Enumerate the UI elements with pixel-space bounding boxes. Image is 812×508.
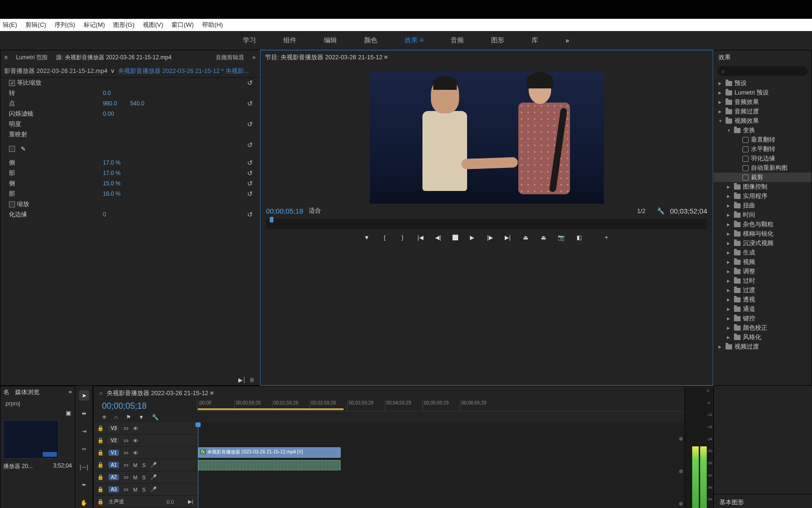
ws-overflow[interactable]: »: [563, 33, 571, 48]
track-v1[interactable]: 🔒V1▭👁: [94, 447, 197, 459]
extract-icon[interactable]: ⏏: [540, 234, 547, 241]
razor-tool[interactable]: ✂: [79, 444, 89, 454]
eye-icon[interactable]: 👁: [133, 438, 138, 444]
ripple-edit-tool[interactable]: ⇥: [79, 426, 89, 437]
zoom-in-icon[interactable]: [679, 502, 683, 506]
stop-icon[interactable]: [453, 235, 458, 240]
timeline-ruler[interactable]: ;00;0000;00;59;2800;01;59;2800;02;59;280…: [197, 400, 685, 412]
anchor-y[interactable]: 540.0: [130, 100, 144, 107]
ec-tab-source[interactable]: 源: 央视影音播放器 2022-03-26 21-15-12.mp4: [56, 54, 171, 62]
reset-icon[interactable]: ↺: [247, 169, 253, 177]
sync-lock-icon[interactable]: ▭: [124, 462, 128, 468]
ws-graphics[interactable]: 图形: [489, 32, 506, 48]
project-item-thumb[interactable]: [3, 420, 59, 459]
project-tab-media[interactable]: 媒体浏览: [15, 388, 39, 397]
ec-tab-lumetri[interactable]: Lumetri 范围: [16, 54, 47, 62]
program-scrubber[interactable]: [266, 219, 707, 229]
program-tc-current[interactable]: 00;00;05;18: [266, 207, 303, 215]
ws-assembly[interactable]: 组件: [281, 32, 298, 48]
fx-垂直翻转[interactable]: 垂直翻转: [714, 135, 812, 144]
fx-羽化边缘[interactable]: 羽化边缘: [714, 154, 812, 163]
eye-icon[interactable]: 👁: [133, 426, 138, 431]
lock-icon[interactable]: 🔒: [97, 474, 104, 480]
solo-icon[interactable]: S: [142, 487, 145, 492]
ws-color[interactable]: 颜色: [362, 32, 379, 48]
fx-Lumetri 预设[interactable]: ▶Lumetri 预设: [714, 88, 812, 97]
fx-通道[interactable]: ▶通道: [714, 304, 812, 314]
solo-icon[interactable]: S: [142, 462, 145, 468]
work-area-bar[interactable]: [198, 408, 344, 410]
essential-graphics-tab[interactable]: 基本图形: [714, 494, 812, 508]
effects-search-input[interactable]: [725, 68, 804, 74]
fx-水平翻转[interactable]: 水平翻转: [714, 144, 812, 154]
track-a1[interactable]: 🔒A1▭MS🎤: [94, 459, 197, 471]
menu-edit[interactable]: 辑(E): [3, 21, 17, 29]
ws-audio[interactable]: 音频: [449, 32, 466, 48]
fx-扭曲[interactable]: ▶扭曲: [714, 201, 812, 210]
reset-icon[interactable]: ↺: [247, 190, 253, 198]
sync-lock-icon[interactable]: ▭: [124, 450, 128, 456]
timeline-timecode[interactable]: 00;00;05;18: [94, 400, 197, 412]
reset-icon[interactable]: ↺: [247, 120, 253, 128]
ec-menu-icon[interactable]: ≡: [4, 54, 8, 61]
snap-icon[interactable]: ✳: [102, 414, 107, 421]
fx-时间[interactable]: ▶时间: [714, 210, 812, 220]
track-v3[interactable]: 🔒V3▭👁: [94, 422, 197, 435]
fx-杂色与颗粒[interactable]: ▶杂色与颗粒: [714, 220, 812, 229]
go-to-in-icon[interactable]: |◀: [417, 234, 424, 241]
ws-library[interactable]: 库: [530, 32, 540, 48]
rotation-value[interactable]: 0.0: [103, 90, 111, 96]
feather-value[interactable]: 0: [103, 211, 106, 218]
add-marker-icon[interactable]: ▼: [363, 234, 371, 241]
mute-icon[interactable]: M: [133, 487, 137, 492]
fx-颜色校正[interactable]: ▶颜色校正: [714, 323, 812, 333]
fx-风格化[interactable]: ▶风格化: [714, 333, 812, 342]
voice-over-icon[interactable]: 🎤: [150, 474, 157, 480]
fx-变换[interactable]: ▼变换: [714, 126, 812, 135]
reset-icon[interactable]: ↺: [247, 211, 253, 218]
track-v2[interactable]: 🔒V2▭👁: [94, 435, 197, 447]
fx-音频过渡[interactable]: ▶音频过渡: [714, 107, 812, 116]
fx-图像控制[interactable]: ▶图像控制: [714, 182, 812, 191]
sync-lock-icon[interactable]: ▭: [124, 474, 128, 480]
lock-icon[interactable]: 🔒: [97, 425, 104, 431]
fx-键控[interactable]: ▶键控: [714, 314, 812, 323]
track-a3[interactable]: 🔒A3▭MS🎤: [94, 484, 197, 496]
menu-sequence[interactable]: 序列(S): [55, 21, 75, 29]
project-overflow[interactable]: »: [69, 388, 72, 397]
marker-icon[interactable]: ▼: [139, 414, 144, 421]
selection-tool[interactable]: ➤: [79, 390, 89, 401]
uniform-scale-checkbox[interactable]: [9, 80, 15, 86]
video-clip[interactable]: fx 央视影音播放器 2022-03-26 21-15-12.mp4 [V]: [198, 447, 341, 458]
voice-over-icon[interactable]: 🎤: [150, 462, 157, 468]
comparison-icon[interactable]: ◧: [576, 234, 583, 241]
solo-icon[interactable]: S: [142, 475, 145, 480]
sync-lock-icon[interactable]: ▭: [124, 486, 128, 492]
effects-search[interactable]: ⌕: [718, 66, 808, 76]
ec-tab-audio-mix[interactable]: 音频剪辑混: [216, 54, 244, 62]
sync-lock-icon[interactable]: ▭: [124, 437, 128, 444]
fx-视频效果[interactable]: ▼视频效果: [714, 116, 812, 126]
lock-icon[interactable]: 🔒: [97, 486, 104, 492]
menu-window[interactable]: 窗口(W): [172, 21, 194, 29]
fx-视频过渡[interactable]: ▶视频过渡: [714, 342, 812, 351]
settings-icon[interactable]: 🔧: [152, 414, 159, 421]
fx-过时[interactable]: ▶过时: [714, 276, 812, 286]
fx-音频效果[interactable]: ▶音频效果: [714, 97, 812, 107]
reset-icon[interactable]: ↺: [247, 180, 253, 187]
linked-selection-icon[interactable]: ∩: [114, 414, 118, 421]
step-back-icon[interactable]: ◀|: [435, 234, 442, 241]
go-to-in-icon[interactable]: ▶┆: [238, 377, 246, 383]
mute-icon[interactable]: M: [133, 475, 137, 480]
fx-预设[interactable]: ▶预设: [714, 79, 812, 88]
reset-icon[interactable]: ↺: [247, 79, 253, 87]
reset-icon[interactable]: ↺: [247, 159, 253, 167]
crop-top-value[interactable]: 17.0 %: [103, 170, 120, 176]
crop-bottom-value[interactable]: 16.0 %: [103, 190, 120, 197]
flicker-value[interactable]: 0.00: [103, 111, 114, 117]
track-master[interactable]: 🔒主声道0.0▶|: [94, 496, 197, 508]
go-to-out-icon[interactable]: ▶|: [504, 234, 512, 241]
project-item-row[interactable]: 播放器 20... 3;52;04: [0, 461, 75, 471]
fx-过渡[interactable]: ▶过渡: [714, 286, 812, 295]
settings-icon[interactable]: 🔧: [657, 207, 664, 214]
